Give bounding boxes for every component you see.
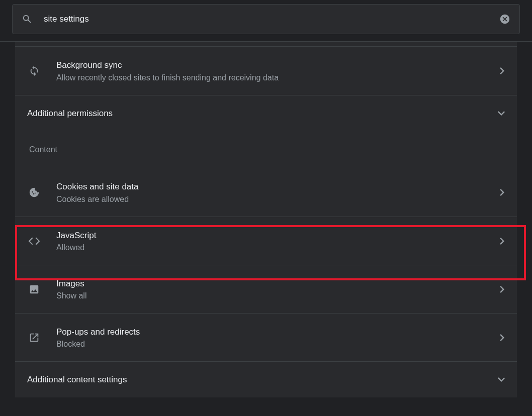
- row-images[interactable]: Images Show all: [15, 265, 517, 313]
- code-icon: [27, 237, 41, 245]
- row-subtitle: Show all: [56, 291, 500, 300]
- open-in-new-icon: [27, 332, 41, 343]
- row-background-sync[interactable]: Background sync Allow recently closed si…: [15, 47, 517, 95]
- row-popups-redirects[interactable]: Pop-ups and redirects Blocked: [15, 313, 517, 361]
- row-title: Images: [56, 278, 500, 290]
- row-title: Cookies and site data: [56, 181, 500, 193]
- row-subtitle: Allowed: [56, 243, 500, 252]
- chevron-down-icon: [498, 377, 505, 382]
- row-title: Pop-ups and redirects: [56, 326, 500, 338]
- row-title: Additional content settings: [27, 374, 498, 386]
- row-subtitle: Allow recently closed sites to finish se…: [56, 73, 500, 82]
- clear-search-icon[interactable]: [499, 14, 510, 25]
- chevron-right-icon: [500, 189, 505, 196]
- section-header-content: Content: [15, 131, 517, 159]
- search-bar[interactable]: [12, 4, 520, 34]
- row-subtitle: Blocked: [56, 340, 500, 349]
- row-javascript[interactable]: JavaScript Allowed: [15, 217, 517, 265]
- sync-icon: [27, 65, 41, 76]
- row-additional-permissions[interactable]: Additional permissions: [15, 95, 517, 131]
- row-additional-content-settings[interactable]: Additional content settings: [15, 361, 517, 397]
- chevron-right-icon: [500, 238, 505, 245]
- row-cookies[interactable]: Cookies and site data Cookies are allowe…: [15, 168, 517, 217]
- chevron-right-icon: [500, 334, 505, 341]
- row-title: Background sync: [56, 59, 500, 71]
- row-subtitle: Cookies are allowed: [56, 195, 500, 204]
- search-input[interactable]: [44, 14, 499, 24]
- search-icon: [22, 14, 33, 25]
- row-title: JavaScript: [56, 230, 500, 242]
- cookie-icon: [27, 187, 41, 198]
- row-title: Additional permissions: [27, 108, 498, 120]
- chevron-right-icon: [500, 67, 505, 74]
- chevron-down-icon: [498, 111, 505, 116]
- chevron-right-icon: [500, 286, 505, 293]
- image-icon: [27, 284, 41, 295]
